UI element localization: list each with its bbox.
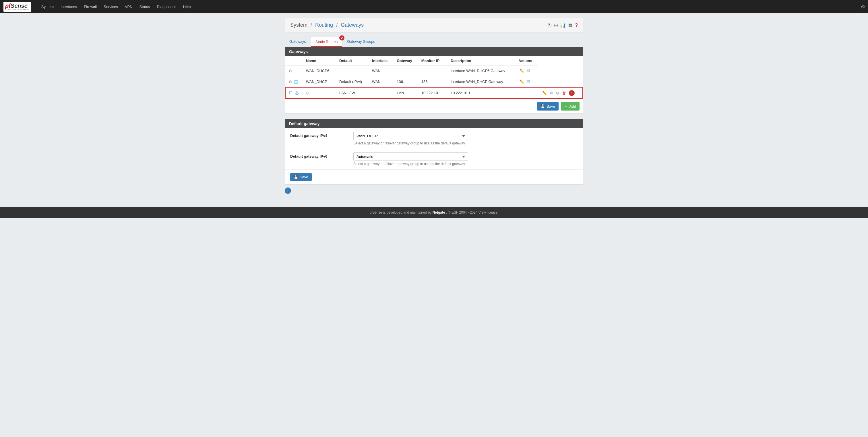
check-circle-icon: ⊙ [306,90,310,95]
col-actions: Actions [515,56,538,65]
gateways-section: Gateways Name Default Interface Gateway … [285,47,583,114]
drag-handle-icon[interactable]: ☐ [289,91,292,95]
col-monitor-ip: Monitor IP [418,56,447,65]
nav-status[interactable]: Status [136,1,154,12]
globe-icon: 🌐 [293,80,298,84]
row-monitor-ip [418,65,447,76]
copy-button[interactable]: ⧉ [549,90,554,96]
nav-vpn[interactable]: VPN [121,1,136,12]
row-monitor-ip: 10.222.10.1 [447,87,515,98]
row-actions: ✏️ ⧉ [515,76,538,88]
page-wrapper: System / Routing / Gateways ↻ ◎ 📊 ▦ ? Ga… [279,13,589,198]
ipv6-select[interactable]: Automatic WAN_DHCP6 None [353,153,468,161]
disable-button[interactable]: ⊘ [555,90,560,96]
row-interface: WAN [369,65,393,76]
row-status-cell: ⊙ [285,65,303,76]
nav-help[interactable]: Help [180,1,194,12]
check-circle-icon: ⊙ [289,79,292,84]
check-circle-icon: ⊙ [289,68,292,73]
row-action-badge: 1 [569,90,575,96]
col-interface: Interface [369,56,393,65]
reload-icon[interactable]: ↻ [548,22,552,28]
edit-button[interactable]: ✏️ [518,68,526,74]
save-icon: 💾 [540,104,545,108]
tabs: Gateways Static Routes 2 Gateway Groups [285,37,583,47]
nav-firewall[interactable]: Firewall [81,1,100,12]
save-table-button[interactable]: 💾 Save [537,102,559,111]
table-icon[interactable]: ▦ [568,22,572,28]
row-gateway [393,65,417,76]
logo-sense: Sense [11,3,28,9]
col-name: Name [303,56,336,65]
navbar: pfSense COMMUNITY EDITION System Interfa… [0,0,868,13]
row-description: Interface WAN_DHCP Gateway [447,76,515,88]
anchor-icon: ⚓ [294,91,299,95]
default-gateway-header: Default gateway [285,119,583,128]
table-row: ☐ ⚓ ⊙ LAN_GW LAN 10.222.10.1 10.222.10.1… [285,87,583,98]
brand: pfSense COMMUNITY EDITION [3,2,33,12]
header-icons: ↻ ◎ 📊 ▦ ? [548,22,578,28]
gateways-table: Name Default Interface Gateway Monitor I… [285,56,583,99]
gateways-section-header: Gateways [285,47,583,56]
logout-icon[interactable]: ⎋ [861,4,865,10]
bc-routing[interactable]: Routing [315,22,333,28]
footer-copyright: . © ESF 2004 - 2024 [446,211,477,215]
copy-button[interactable]: ⧉ [526,79,531,85]
row-gateway: 136. [393,76,417,88]
action-icons: ✏️ ⧉ [518,68,534,74]
edition-label: COMMUNITY EDITION [5,9,29,11]
nav-diagnostics[interactable]: Diagnostics [154,1,180,12]
plus-icon: ＋ [564,104,568,109]
ipv6-label: Default gateway IPv6 [290,153,353,158]
footer-text: pfSense is developed and maintained by [369,211,431,215]
row-drag-cell: ☐ ⚓ [285,87,303,98]
chart-icon[interactable]: 📊 [560,22,566,28]
bc-sep1: / [311,22,312,28]
edit-button[interactable]: ✏️ [518,79,526,85]
nav-interfaces[interactable]: Interfaces [57,1,81,12]
ipv4-label: Default gateway IPv4 [290,132,353,138]
row-actions: ✏️ ⧉ ⊘ 🗑 1 [538,87,583,98]
tab-gateway-groups[interactable]: Gateway Groups [342,37,380,47]
save-bottom-button[interactable]: 💾 Save [290,173,312,181]
tab-gateways[interactable]: Gateways [285,37,311,47]
row-status-check: ⊙ [303,87,336,98]
ipv4-help-text: Select a gateway or failover gateway gro… [353,141,578,145]
ipv4-form-row: Default gateway IPv4 WAN_DHCP Automatic … [285,128,583,149]
footer-brand: Netgate [433,211,445,215]
action-icons: ✏️ ⧉ ⊘ 🗑 1 [541,90,579,96]
col-description: Description [447,56,515,65]
nav-services[interactable]: Services [100,1,121,12]
copy-button[interactable]: ⧉ [526,68,531,74]
breadcrumb: System / Routing / Gateways [290,22,364,28]
logo-pf: pf [5,3,11,9]
page-header: System / Routing / Gateways ↻ ◎ 📊 ▦ ? [285,18,583,32]
bc-sep2: / [336,22,338,28]
row-gateway: 10.222.10.1 [418,87,447,98]
table-actions-row: 💾 Save ＋ Add [285,99,583,114]
nav-system[interactable]: System [38,1,57,12]
table-row: ⊙ WAN_DHCP6 WAN Interface WAN_DHCP6 Gate… [285,65,583,76]
footer-license-link[interactable]: View license. [478,211,499,215]
target-icon[interactable]: ◎ [554,22,558,28]
help-circle-icon[interactable]: ? [575,23,578,28]
row-monitor-ip: 136. [418,76,447,88]
delete-button[interactable]: 🗑 [561,90,567,96]
edit-button[interactable]: ✏️ [541,90,548,96]
row-name: LAN_GW [336,87,369,98]
info-icon[interactable]: i [285,187,291,194]
ipv4-select[interactable]: WAN_DHCP Automatic None [353,132,468,140]
table-header-row: Name Default Interface Gateway Monitor I… [285,56,583,65]
row-actions: ✏️ ⧉ [515,65,538,76]
row-default: Default (IPv4) [336,76,369,88]
logo-box: pfSense COMMUNITY EDITION [3,2,31,12]
col-default: Default [336,56,369,65]
bc-gateways[interactable]: Gateways [341,22,364,28]
tab-static-routes[interactable]: Static Routes 2 [311,37,342,47]
add-gateway-button[interactable]: ＋ Add [561,102,580,111]
ipv6-control-wrap: Automatic WAN_DHCP6 None Select a gatewa… [353,153,578,166]
bc-system: System [290,22,307,28]
save-bottom-icon: 💾 [293,175,298,179]
default-gateway-section: Default gateway Default gateway IPv4 WAN… [285,119,583,185]
row-name: WAN_DHCP [303,76,336,88]
